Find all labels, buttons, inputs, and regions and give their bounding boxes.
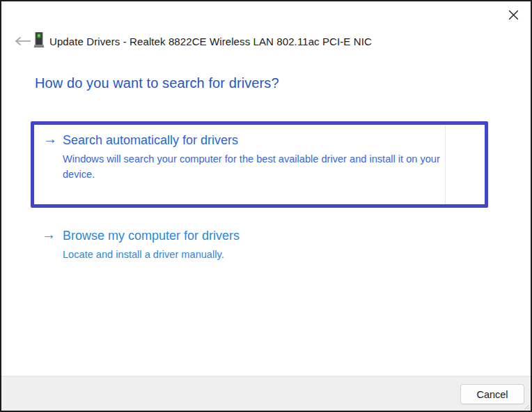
page-heading: How do you want to search for drivers? bbox=[35, 75, 279, 91]
back-button[interactable] bbox=[14, 34, 32, 48]
resize-grip-icon[interactable] bbox=[524, 404, 530, 410]
option-title: Browse my computer for drivers bbox=[63, 228, 240, 243]
option-title: Search automatically for drivers bbox=[63, 132, 238, 148]
footer-bar: Cancel bbox=[1, 376, 531, 411]
cancel-button[interactable]: Cancel bbox=[460, 384, 524, 404]
driver-device-icon bbox=[33, 32, 45, 48]
wizard-title: Update Drivers - Realtek 8822CE Wireless… bbox=[49, 36, 372, 47]
close-x-icon bbox=[508, 10, 519, 20]
right-arrow-icon: → bbox=[42, 227, 56, 241]
option-description: Locate and install a driver manually. bbox=[63, 247, 450, 262]
close-button[interactable] bbox=[500, 4, 526, 25]
update-drivers-wizard-window: Update Drivers - Realtek 8822CE Wireless… bbox=[0, 0, 532, 412]
right-arrow-icon: → bbox=[43, 132, 57, 146]
back-arrow-icon bbox=[15, 36, 31, 46]
option-button-right-edge bbox=[445, 126, 446, 204]
option-description: Windows will search your computer for th… bbox=[63, 151, 450, 182]
